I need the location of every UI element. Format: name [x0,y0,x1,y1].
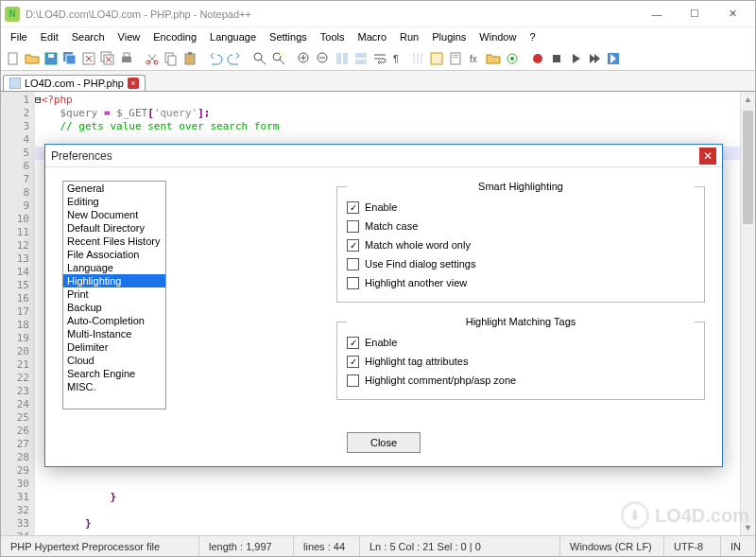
category-search-engine[interactable]: Search Engine [63,367,165,380]
preferences-category-list[interactable]: GeneralEditingNew DocumentDefault Direct… [62,181,166,409]
code-line[interactable]: // gets value sent over search form [35,120,755,133]
tab-close-icon[interactable]: × [128,78,139,89]
menu-macro[interactable]: Macro [352,30,392,44]
category-new-document[interactable]: New Document [63,208,165,221]
checkbox[interactable] [347,374,359,387]
highlight-matching-tags-group: Highlight Matching Tags EnableHighlight … [336,316,705,400]
category-recent-files-history[interactable]: Recent Files History [63,235,165,248]
checkbox[interactable] [347,239,359,252]
vertical-scrollbar[interactable]: ▲ ▼ [740,92,755,535]
replace-icon[interactable] [270,50,287,67]
paste-icon[interactable] [181,50,198,67]
code-line[interactable]: $query = $_GET['query']; [35,107,755,120]
close-button[interactable]: Close [347,432,421,453]
new-file-icon[interactable] [5,50,22,67]
title-bar[interactable]: N D:\LO4D.com\LO4D.com - PHP.php - Notep… [1,1,755,27]
save-macro-icon[interactable] [605,50,622,67]
checkbox-row[interactable]: Match case [347,217,695,235]
code-line[interactable]: ⊟<?php [35,94,755,107]
checkbox-row[interactable]: Enable [347,198,695,217]
checkbox-row[interactable]: Use Find dialog settings [347,254,695,273]
udl-icon[interactable] [428,50,445,67]
menu-run[interactable]: Run [394,30,424,44]
menu-?[interactable]: ? [524,30,541,44]
line-number: 23 [3,385,29,398]
menu-edit[interactable]: Edit [35,30,64,44]
checkbox-row[interactable]: Highlight tag attributes [347,352,695,371]
category-language[interactable]: Language [63,261,165,274]
category-cloud[interactable]: Cloud [63,354,165,367]
indent-guide-icon[interactable] [409,50,426,67]
menu-encoding[interactable]: Encoding [147,30,202,44]
monitor-icon[interactable] [504,50,521,67]
undo-icon[interactable] [207,50,224,67]
category-backup[interactable]: Backup [63,301,165,314]
func-list-icon[interactable]: fx [466,50,483,67]
file-tab[interactable]: LO4D.com - PHP.php × [3,75,146,91]
category-auto-completion[interactable]: Auto-Completion [63,314,165,327]
checkbox-row[interactable]: Highlight comment/php/asp zone [347,371,695,390]
menu-settings[interactable]: Settings [264,30,313,44]
record-macro-icon[interactable] [529,50,546,67]
checkbox[interactable] [347,220,359,233]
menu-view[interactable]: View [112,30,146,44]
category-highlighting[interactable]: Highlighting [63,274,165,287]
checkbox-row[interactable]: Enable [347,333,695,352]
checkbox[interactable] [347,258,359,270]
category-file-association[interactable]: File Association [63,248,165,261]
open-file-icon[interactable] [24,50,41,67]
close-button[interactable]: ✕ [713,3,751,26]
menu-plugins[interactable]: Plugins [426,30,472,44]
cut-icon[interactable] [144,50,161,67]
play-multi-icon[interactable] [586,50,603,67]
category-default-directory[interactable]: Default Directory [63,221,165,235]
sync-h-icon[interactable] [352,50,369,67]
stop-macro-icon[interactable] [548,50,565,67]
category-delimiter[interactable]: Delimiter [63,340,165,354]
save-icon[interactable] [43,50,60,67]
zoom-out-icon[interactable] [315,50,332,67]
copy-icon[interactable] [163,50,180,67]
sync-v-icon[interactable] [334,50,351,67]
folder-icon[interactable] [485,50,502,67]
minimize-button[interactable]: — [638,3,676,26]
print-icon[interactable] [118,50,135,67]
wrap-icon[interactable] [371,50,388,67]
scroll-up-icon[interactable]: ▲ [741,92,755,107]
close-all-icon[interactable] [99,50,116,67]
find-icon[interactable] [251,50,268,67]
close-file-icon[interactable] [80,50,97,67]
line-number: 29 [3,464,29,478]
category-print[interactable]: Print [63,287,165,301]
category-multi-instance[interactable]: Multi-Instance [63,327,165,340]
doc-map-icon[interactable] [447,50,464,67]
code-line[interactable] [35,531,755,535]
svg-rect-2 [48,54,54,58]
menu-language[interactable]: Language [204,30,262,44]
menu-search[interactable]: Search [66,30,111,44]
category-general[interactable]: General [63,182,165,195]
checkbox[interactable] [347,201,359,214]
all-chars-icon[interactable]: ¶ [390,50,407,67]
redo-icon[interactable] [226,50,243,67]
line-number: 31 [3,491,29,504]
code-line[interactable] [35,478,755,491]
play-macro-icon[interactable] [567,50,584,67]
checkbox[interactable] [347,337,359,349]
menu-window[interactable]: Window [473,30,522,44]
dialog-title-bar[interactable]: Preferences ✕ [45,145,722,167]
checkbox-row[interactable]: Highlight another view [347,273,695,292]
checkbox[interactable] [347,277,359,289]
scrollbar-thumb[interactable] [743,111,753,224]
checkbox[interactable] [347,356,359,368]
checkbox-row[interactable]: Match whole word only [347,235,695,254]
dialog-title: Preferences [51,149,699,163]
category-misc-[interactable]: MISC. [63,380,165,393]
maximize-button[interactable]: ☐ [676,3,713,26]
menu-tools[interactable]: Tools [315,30,351,44]
category-editing[interactable]: Editing [63,195,165,208]
zoom-in-icon[interactable] [296,50,313,67]
save-all-icon[interactable] [61,50,78,67]
menu-file[interactable]: File [5,30,33,44]
dialog-close-icon[interactable]: ✕ [699,148,716,165]
